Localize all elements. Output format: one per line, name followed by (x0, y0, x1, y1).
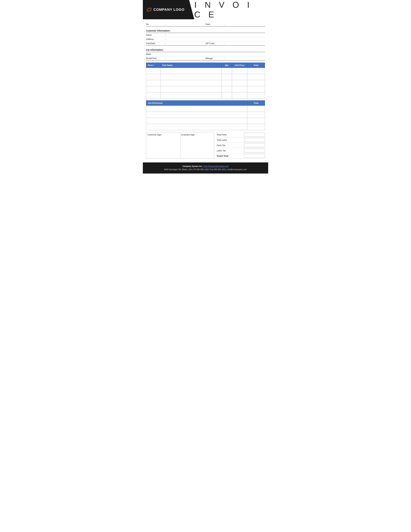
parts-table-row (146, 68, 265, 74)
parts-table-row (146, 92, 265, 98)
labor-tax-value (244, 149, 265, 152)
col-qty-header: Qty (222, 63, 232, 68)
col-name-header: Part Name (161, 63, 222, 68)
part-price-cell (232, 92, 247, 98)
car-section-title: Car Information: (146, 47, 265, 52)
customer-info-section: Customer Information: Name : Address : C… (143, 28, 268, 46)
part-qty-cell (222, 68, 232, 74)
address-row: Address : (146, 37, 265, 41)
col-job-total-header: Total (247, 101, 265, 106)
logo-icon (146, 7, 152, 13)
col-part-header: Part # (146, 63, 161, 68)
cashier-sign-box: [Cashier] Sign (180, 132, 214, 158)
part-total-cell (247, 86, 265, 92)
logo-text: COMPANY LOGO (146, 7, 184, 13)
col-job-header: Job Performed (146, 101, 247, 106)
footer-company: Company System Inc. (183, 165, 203, 167)
job-total-cell (247, 118, 265, 124)
total-labor-value (244, 138, 265, 142)
grand-total-value (244, 154, 265, 158)
cashier-sign-label: [Cashier] Sign (182, 133, 195, 136)
footer: Company System Inc. | http://freewordtem… (143, 162, 268, 173)
part-price-cell (232, 86, 247, 92)
city-state-colon: : (165, 42, 169, 45)
part-total-cell (247, 68, 265, 74)
make-colon: : (165, 53, 169, 55)
part-total-cell (247, 80, 265, 86)
part-name-cell (161, 74, 222, 80)
grand-total-label: Grand Total (217, 155, 244, 157)
job-table: Job Performed Total (146, 100, 265, 130)
no-colon: : (165, 23, 169, 25)
no-label: No (146, 23, 165, 25)
city-state-label: City/State (146, 42, 165, 45)
invoice-title: I N V O I C E (194, 0, 265, 19)
job-total-cell (247, 124, 265, 130)
job-desc-cell (146, 124, 247, 130)
total-parts-value (244, 133, 265, 137)
part-price-cell (232, 74, 247, 80)
parts-table-row (146, 86, 265, 92)
zip-label: ZIP Code (205, 42, 225, 45)
date-label: Date (205, 23, 225, 25)
part-total-cell (247, 92, 265, 98)
parts-table-row (146, 74, 265, 80)
parts-tax-row: Parts Tax (217, 143, 265, 148)
job-desc-cell (146, 118, 247, 124)
customer-sign-box: Customer Sign (146, 132, 180, 158)
col-price-header: Unit Price (232, 63, 247, 68)
job-total-cell (247, 112, 265, 118)
job-table-row (146, 106, 265, 112)
footer-website[interactable]: http://freewordtemplates.net/ (204, 165, 228, 167)
total-labor-row: Total Labor (217, 137, 265, 143)
part-total-cell (247, 74, 265, 80)
job-table-row (146, 118, 265, 124)
city-zip-row: City/State : ZIP Code : (146, 41, 265, 46)
grand-total-row: Grand Total (217, 153, 265, 159)
customer-sign-label: Customer Sign (147, 133, 161, 136)
parts-table-row (146, 80, 265, 86)
parts-tax-label: Parts Tax (217, 144, 244, 146)
bottom-section: Customer Sign [Cashier] Sign Total Parts… (143, 132, 268, 159)
address-label: Address (146, 38, 165, 40)
footer-line1: Company System Inc. | http://freewordtem… (146, 165, 265, 168)
model-year-colon: : (165, 57, 169, 59)
invoice-number-date-section: No : Date : (143, 22, 268, 27)
col-total-header: Total (247, 63, 265, 68)
footer-address: 8030 Harrington Rd, Miami, USA | Ph 555-… (146, 168, 265, 171)
car-info-section: Car Information: Make : Model/Year : Mil… (143, 47, 268, 61)
logo-area: COMPANY LOGO (143, 0, 194, 19)
part-qty-cell (222, 92, 232, 98)
job-desc-cell (146, 112, 247, 118)
part-qty-cell (222, 74, 232, 80)
invoice-title-area: I N V O I C E (194, 0, 268, 19)
name-label: Name (146, 34, 165, 36)
parts-table-header: Part # Part Name Qty Unit Price Total (146, 63, 265, 68)
model-mileage-row: Model/Year : Mileage : (146, 56, 265, 61)
part-name-cell (161, 68, 222, 74)
part-name-cell (161, 92, 222, 98)
parts-table-body (146, 68, 265, 98)
make-row: Make : (146, 52, 265, 56)
total-parts-label: Total Parts (217, 133, 244, 136)
labor-tax-row: Labor Tax (217, 148, 265, 153)
part-name-cell (161, 80, 222, 86)
job-table-body (146, 106, 265, 130)
customer-section-title: Customer Information: (146, 28, 265, 33)
parts-table: Part # Part Name Qty Unit Price Total (146, 63, 265, 98)
part-num-cell (146, 92, 161, 98)
part-num-cell (146, 74, 161, 80)
job-table-row (146, 124, 265, 130)
part-qty-cell (222, 80, 232, 86)
name-row: Name : (146, 33, 265, 37)
total-parts-row: Total Parts (217, 132, 265, 137)
parts-tax-value (244, 143, 265, 147)
part-price-cell (232, 68, 247, 74)
make-label: Make (146, 53, 165, 55)
part-num-cell (146, 86, 161, 92)
part-name-cell (161, 86, 222, 92)
sign-area: Customer Sign [Cashier] Sign (146, 132, 214, 159)
labor-tax-label: Labor Tax (217, 149, 244, 152)
date-colon: : (225, 23, 228, 25)
part-price-cell (232, 80, 247, 86)
